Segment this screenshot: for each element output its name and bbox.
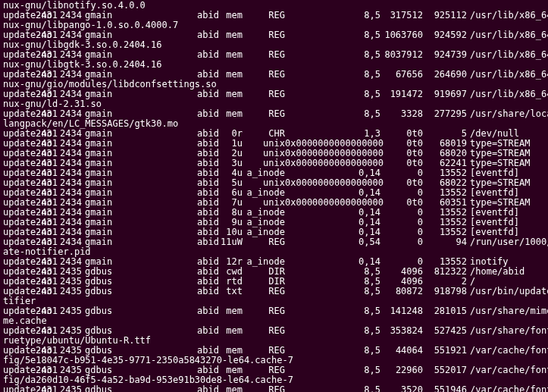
col-name: /var/cache/fontcon — [470, 346, 548, 356]
col-node: 551921 — [423, 346, 467, 356]
col-node: 277295 — [423, 109, 467, 119]
col-device: 8,5 — [285, 287, 380, 296]
col-node: 924739 — [423, 50, 467, 60]
col-name: /usr/lib/x86_64-li — [470, 11, 548, 20]
lsof-row: update-no24312435gdbusabidmemREG8,535205… — [3, 385, 545, 392]
col-taskcmd: gdbus — [85, 306, 118, 316]
col-user: abid — [197, 11, 220, 20]
col-name: /home/abid — [470, 267, 525, 277]
col-fd: mem — [220, 109, 243, 119]
col-size: 0t0 — [380, 158, 423, 168]
col-user: abid — [197, 50, 220, 60]
col-name: /run/user/1000/upd — [470, 237, 548, 247]
col-user: abid — [197, 287, 220, 296]
col-size: 0 — [380, 208, 423, 218]
col-size: 0 — [380, 218, 423, 227]
col-name: /usr/share/fonts/t — [470, 326, 548, 336]
col-command: update-no — [3, 385, 33, 392]
col-size: 3520 — [380, 385, 423, 392]
col-node: 551946 — [423, 385, 467, 392]
col-type: REG — [246, 30, 285, 40]
lsof-row: update-no24312435gdbusabidtxtREG8,580872… — [3, 287, 545, 296]
col-user: abid — [197, 89, 220, 99]
col-user: abid — [197, 237, 220, 247]
col-name: /usr/lib/x86_64-li — [470, 30, 548, 40]
col-pid: 2431 — [33, 287, 58, 296]
col-user: abid — [197, 109, 220, 119]
col-type: REG — [246, 287, 285, 296]
col-fd: mem — [220, 70, 243, 80]
col-user: abid — [197, 385, 220, 392]
col-user: abid — [197, 326, 220, 336]
lsof-row: update-no24312435gdbusabidmemREG8,514124… — [3, 306, 545, 316]
col-device: 8,5 — [285, 70, 380, 80]
col-size: 80872 — [380, 287, 423, 296]
col-size: 1063760 — [380, 30, 423, 40]
col-device: 8,5 — [285, 346, 380, 356]
col-type: REG — [246, 89, 285, 99]
col-size: 0t0 — [380, 178, 423, 188]
col-type: REG — [246, 50, 285, 60]
col-node: 264690 — [423, 70, 467, 80]
col-fd: mem — [220, 326, 243, 336]
col-type: REG — [246, 70, 285, 80]
col-name: /usr/lib/x86_64-li — [470, 70, 548, 80]
col-node: 527425 — [423, 326, 467, 336]
col-device: 8,5 — [285, 30, 380, 40]
col-taskcmd: gdbus — [85, 287, 118, 296]
col-name: /usr/lib/x86_64-li — [470, 89, 548, 99]
col-name: /var/cache/fontcon — [470, 385, 548, 392]
col-device: 0,54 — [285, 237, 380, 247]
col-name: /var/cache/fontcon — [470, 365, 548, 375]
col-size: 22960 — [380, 365, 423, 375]
col-pid: 2431 — [33, 385, 58, 392]
col-user: abid — [197, 306, 220, 316]
col-type: REG — [246, 326, 285, 336]
col-fd: mem — [220, 89, 243, 99]
col-device: 8,5 — [285, 109, 380, 119]
col-size: 317512 — [380, 11, 423, 20]
col-name: /usr/lib/x86_64-li — [470, 50, 548, 60]
col-fd: 11uW — [220, 237, 243, 247]
col-node: 94 — [423, 237, 467, 247]
col-type: REG — [246, 306, 285, 316]
col-device: 8,5 — [285, 11, 380, 20]
col-device: 8,5 — [285, 385, 380, 392]
col-size: 8037912 — [380, 50, 423, 60]
col-device: 8,5 — [285, 365, 380, 375]
col-device: 8,5 — [285, 89, 380, 99]
col-size: 3328 — [380, 109, 423, 119]
col-taskcmd: gdbus — [85, 385, 118, 392]
col-size: 191472 — [380, 89, 423, 99]
col-size: 0 — [380, 227, 423, 237]
col-size: 0 — [380, 237, 423, 247]
col-size: 141248 — [380, 306, 423, 316]
col-user: abid — [197, 30, 220, 40]
col-node: 812322 — [423, 267, 467, 277]
col-size: 353824 — [380, 326, 423, 336]
col-type: REG — [246, 109, 285, 119]
col-name: /usr/bin/update-no — [470, 287, 548, 296]
col-node: 552017 — [423, 365, 467, 375]
col-fd: mem — [220, 11, 243, 20]
col-fd: mem — [220, 306, 243, 316]
col-node: 925112 — [423, 11, 467, 20]
col-name: /usr/share/locale- — [470, 109, 548, 119]
col-device: 8,5 — [285, 50, 380, 60]
col-tid: 2435 — [58, 306, 82, 316]
col-node: 924592 — [423, 30, 467, 40]
col-type: REG — [246, 237, 285, 247]
col-size: 67656 — [380, 70, 423, 80]
col-fd: mem — [220, 50, 243, 60]
col-size: 0t0 — [380, 198, 423, 208]
col-tid: 2435 — [58, 385, 82, 392]
col-fd: mem — [220, 30, 243, 40]
col-fd: mem — [220, 385, 243, 392]
col-device: 8,5 — [285, 326, 380, 336]
col-tid: 2435 — [58, 287, 82, 296]
terminal-output[interactable]: nux-gnu/libnotify.so.4.0.0update-no24312… — [0, 0, 548, 392]
col-name: /usr/share/mime/mi — [470, 306, 548, 316]
col-size: 44064 — [380, 346, 423, 356]
col-fd: txt — [220, 287, 243, 296]
col-node: 919697 — [423, 89, 467, 99]
